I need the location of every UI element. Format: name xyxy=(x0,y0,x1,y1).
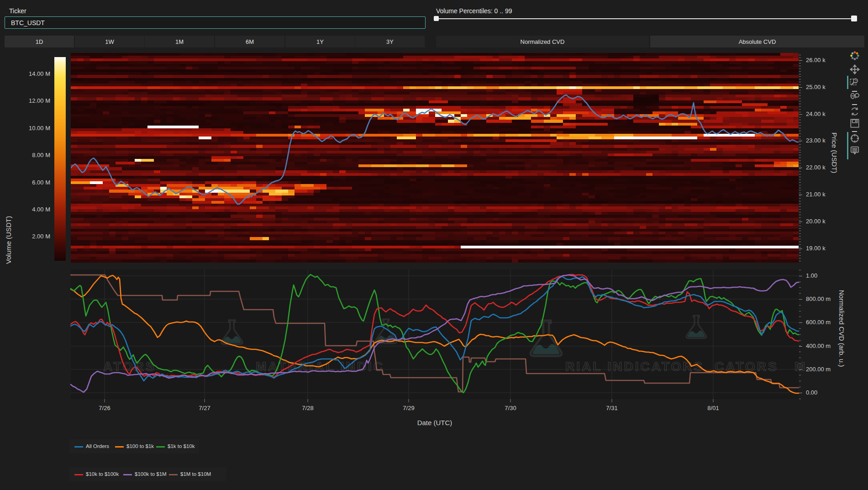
svg-text:RIAL INDICATORS: RIAL INDICATORS xyxy=(565,359,704,374)
svg-text:ATORS: ATORS xyxy=(103,359,156,374)
